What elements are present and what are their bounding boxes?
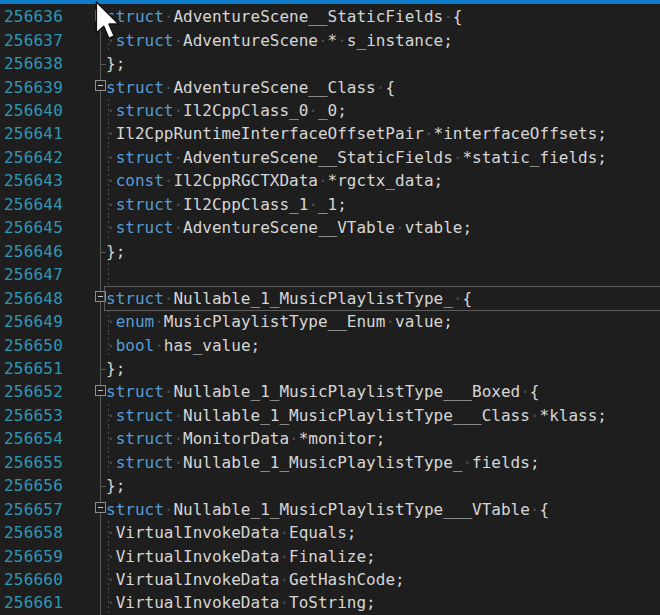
line-number: 256648	[4, 286, 63, 309]
whitespace-dot: ·	[424, 124, 434, 143]
whitespace-dot: ·	[308, 101, 318, 120]
fold-collapse-button[interactable]	[95, 385, 106, 396]
identifier-token: GetHashCode;	[289, 570, 405, 589]
whitespace-dot: ·	[385, 312, 395, 331]
identifier-token: *interfaceOffsets;	[434, 124, 607, 143]
keyword-token: const	[116, 171, 164, 190]
code-text[interactable]: ·struct·AdventureScene__StaticFields·*st…	[106, 146, 607, 169]
identifier-token: _1;	[318, 195, 347, 214]
code-line: 256657struct·Nullable_1_MusicPlaylistTyp…	[0, 497, 660, 520]
code-text[interactable]: ·struct·Il2CppClass_1·_1;	[106, 193, 347, 216]
identifier-token: Nullable_1_MusicPlaylistType___Boxed	[173, 382, 520, 401]
line-number: 256661	[4, 591, 63, 614]
whitespace-dot: ·	[173, 406, 183, 425]
code-text[interactable]: struct·Nullable_1_MusicPlaylistType___Bo…	[106, 380, 540, 403]
code-text[interactable]: ·VirtualInvokeData·ToString;	[106, 591, 376, 614]
code-text[interactable]: struct·AdventureScene__Class·{	[106, 75, 395, 98]
whitespace-dot: ·	[337, 31, 347, 50]
code-text[interactable]: ·bool·has_value;	[106, 333, 260, 356]
code-line: 256639struct·AdventureScene__Class·{	[0, 75, 660, 98]
line-number: 256656	[4, 474, 63, 497]
identifier-token: AdventureScene__VTable	[183, 218, 395, 237]
identifier-token: ToString;	[289, 593, 376, 612]
identifier-token: value;	[395, 312, 453, 331]
whitespace-dot: ·	[279, 593, 289, 612]
line-number: 256640	[4, 99, 63, 122]
whitespace-dot: ·	[520, 382, 530, 401]
whitespace-dot: ·	[106, 429, 116, 448]
code-text[interactable]: ·VirtualInvokeData·GetHashCode;	[106, 568, 405, 591]
line-number: 256637	[4, 28, 63, 51]
whitespace-dot: ·	[395, 218, 405, 237]
line-number: 256646	[4, 240, 63, 263]
fold-collapse-button[interactable]	[95, 291, 106, 302]
identifier-token: fields;	[472, 453, 539, 472]
code-text[interactable]: ·VirtualInvokeData·Finalize;	[106, 544, 376, 567]
whitespace-dot: ·	[106, 148, 116, 167]
code-text[interactable]: ·struct·Il2CppClass_0·_0;	[106, 99, 347, 122]
fold-collapse-button[interactable]	[95, 10, 106, 21]
identifier-token: {	[385, 78, 395, 97]
code-text[interactable]: ·struct·AdventureScene·*·s_instance;	[106, 28, 453, 51]
whitespace-dot: ·	[106, 336, 116, 355]
code-text[interactable]: ·enum·MusicPlaylistType__Enum·value;	[106, 310, 453, 333]
whitespace-dot: ·	[164, 382, 174, 401]
code-text[interactable]: };	[106, 357, 125, 380]
minus-icon	[98, 15, 103, 16]
keyword-token: struct	[116, 429, 174, 448]
code-line: 256647	[0, 263, 660, 286]
code-text[interactable]: ·struct·AdventureScene__VTable·vtable;	[106, 216, 472, 239]
line-number: 256652	[4, 380, 63, 403]
identifier-token: Il2CppRGCTXData	[173, 171, 318, 190]
whitespace-dot: ·	[164, 500, 174, 519]
code-line: 256643·const·Il2CppRGCTXData·*rgctx_data…	[0, 169, 660, 192]
line-number: 256638	[4, 52, 63, 75]
code-text[interactable]: ·struct·Nullable_1_MusicPlaylistType___C…	[106, 404, 607, 427]
line-number: 256659	[4, 544, 63, 567]
line-number: 256647	[4, 263, 63, 286]
code-line: 256652struct·Nullable_1_MusicPlaylistTyp…	[0, 380, 660, 403]
identifier-token: {	[530, 382, 540, 401]
code-text[interactable]: ·const·Il2CppRGCTXData·*rgctx_data;	[106, 169, 443, 192]
minus-icon	[98, 507, 103, 508]
identifier-token: VirtualInvokeData	[116, 593, 280, 612]
identifier-token: has_value;	[164, 336, 260, 355]
whitespace-dot: ·	[106, 406, 116, 425]
identifier-token: VirtualInvokeData	[116, 523, 280, 542]
code-text[interactable]: struct·Nullable_1_MusicPlaylistType___VT…	[106, 497, 549, 520]
code-text[interactable]: struct·Nullable_1_MusicPlaylistType_·{	[106, 286, 472, 309]
identifier-token: *	[328, 31, 338, 50]
code-line: 256645·struct·AdventureScene__VTable·vta…	[0, 216, 660, 239]
line-number: 256645	[4, 216, 63, 239]
identifier-token: s_instance;	[347, 31, 453, 50]
whitespace-dot: ·	[106, 218, 116, 237]
identifier-token: Nullable_1_MusicPlaylistType_	[183, 453, 462, 472]
code-text[interactable]: };	[106, 474, 125, 497]
identifier-token: AdventureScene__StaticFields	[173, 7, 443, 26]
whitespace-dot: ·	[443, 7, 453, 26]
code-text[interactable]: };	[106, 240, 125, 263]
whitespace-dot: ·	[453, 289, 463, 308]
code-text[interactable]: ·Il2CppRuntimeInterfaceOffsetPair·*inter…	[106, 122, 607, 145]
identifier-token: *klass;	[540, 406, 607, 425]
identifier-token: _0;	[318, 101, 347, 120]
keyword-token: struct	[106, 7, 164, 26]
fold-collapse-button[interactable]	[95, 502, 106, 513]
fold-collapse-button[interactable]	[95, 80, 106, 91]
code-line: 256659·VirtualInvokeData·Finalize;	[0, 544, 660, 567]
code-line: 256642·struct·AdventureScene__StaticFiel…	[0, 146, 660, 169]
whitespace-dot: ·	[308, 195, 318, 214]
line-number: 256650	[4, 333, 63, 356]
code-text[interactable]: ·struct·MonitorData·*monitor;	[106, 427, 385, 450]
keyword-token: bool	[116, 336, 155, 355]
whitespace-dot: ·	[106, 171, 116, 190]
code-line: 256636struct·AdventureScene__StaticField…	[0, 5, 660, 28]
code-text[interactable]: };	[106, 52, 125, 75]
identifier-token: Nullable_1_MusicPlaylistType_	[173, 289, 452, 308]
code-text[interactable]: struct·AdventureScene__StaticFields·{	[106, 5, 462, 28]
code-text[interactable]: ·VirtualInvokeData·Equals;	[106, 521, 356, 544]
whitespace-dot: ·	[106, 124, 116, 143]
whitespace-dot: ·	[289, 429, 299, 448]
code-line: 256653·struct·Nullable_1_MusicPlaylistTy…	[0, 404, 660, 427]
code-text[interactable]: ·struct·Nullable_1_MusicPlaylistType_·fi…	[106, 451, 540, 474]
